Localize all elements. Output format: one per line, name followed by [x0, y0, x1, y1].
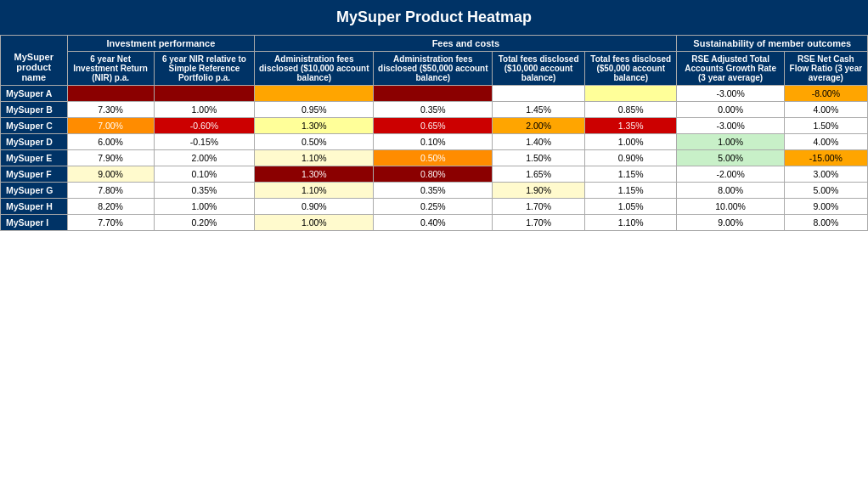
value-cell: [584, 86, 677, 102]
value-cell: 1.45%: [493, 102, 585, 118]
page-title: MySuper Product Heatmap: [336, 8, 532, 25]
value-cell: 8.00%: [784, 215, 867, 231]
value-cell: 1.10%: [584, 215, 677, 231]
value-cell: 5.00%: [677, 150, 784, 166]
value-cell: 2.00%: [154, 150, 255, 166]
value-cell: [493, 86, 585, 102]
value-cell: -0.15%: [154, 134, 255, 150]
value-cell: 0.90%: [584, 150, 677, 166]
product-name-cell: MySuper B: [1, 102, 68, 118]
col-rse-growth: RSE Adjusted Total Accounts Growth Rate …: [677, 52, 784, 86]
value-cell: 0.50%: [255, 134, 374, 150]
product-name-cell: MySuper C: [1, 118, 68, 134]
value-cell: 1.00%: [154, 199, 255, 215]
value-cell: 0.50%: [374, 150, 493, 166]
value-cell: 8.00%: [677, 183, 784, 199]
value-cell: 0.95%: [255, 102, 374, 118]
value-cell: 0.90%: [255, 199, 374, 215]
value-cell: 9.00%: [784, 199, 867, 215]
col-admin10: Administration fees disclosed ($10,000 a…: [255, 52, 374, 86]
value-cell: 9.00%: [677, 215, 784, 231]
table-row: MySuper I7.70%0.20%1.00%0.40%1.70%1.10%9…: [1, 215, 868, 231]
value-cell: [255, 86, 374, 102]
value-cell: 1.00%: [677, 134, 784, 150]
value-cell: 0.00%: [677, 102, 784, 118]
product-name-cell: MySuper F: [1, 166, 68, 183]
fees-group-header: Fees and costs: [255, 36, 677, 52]
value-cell: 0.25%: [374, 199, 493, 215]
value-cell: 10.00%: [677, 199, 784, 215]
value-cell: 0.35%: [374, 102, 493, 118]
investment-group-header: Investment performance: [67, 36, 255, 52]
value-cell: 6.00%: [67, 134, 154, 150]
table-row: MySuper H8.20%1.00%0.90%0.25%1.70%1.05%1…: [1, 199, 868, 215]
value-cell: 1.65%: [493, 166, 585, 183]
col-total50: Total fees disclosed ($50,000 account ba…: [584, 52, 677, 86]
value-cell: 1.30%: [255, 166, 374, 183]
value-cell: 1.05%: [584, 199, 677, 215]
col-nir-ref: 6 year NIR relative to Simple Reference …: [154, 52, 255, 86]
sustainability-group-header: Sustainability of member outcomes: [677, 36, 868, 52]
value-cell: -2.00%: [677, 166, 784, 183]
value-cell: 1.10%: [255, 183, 374, 199]
value-cell: 1.00%: [154, 102, 255, 118]
value-cell: 1.40%: [493, 134, 585, 150]
product-name-cell: MySuper G: [1, 183, 68, 199]
value-cell: 3.00%: [784, 166, 867, 183]
value-cell: 9.00%: [67, 166, 154, 183]
value-cell: [154, 86, 255, 102]
value-cell: 7.80%: [67, 183, 154, 199]
value-cell: 1.00%: [584, 134, 677, 150]
table-row: MySuper E7.90%2.00%1.10%0.50%1.50%0.90%5…: [1, 150, 868, 166]
value-cell: 1.70%: [493, 199, 585, 215]
value-cell: 1.50%: [784, 118, 867, 134]
value-cell: 0.80%: [374, 166, 493, 183]
value-cell: -0.60%: [154, 118, 255, 134]
value-cell: 0.85%: [584, 102, 677, 118]
value-cell: 1.15%: [584, 166, 677, 183]
value-cell: 7.30%: [67, 102, 154, 118]
value-cell: 7.00%: [67, 118, 154, 134]
col-rse-cashflow: RSE Net Cash Flow Ratio (3 year average): [784, 52, 867, 86]
value-cell: 2.00%: [493, 118, 585, 134]
col-total10: Total fees disclosed ($10,000 account ba…: [493, 52, 585, 86]
value-cell: 1.30%: [255, 118, 374, 134]
value-cell: 1.50%: [493, 150, 585, 166]
table-row: MySuper G7.80%0.35%1.10%0.35%1.90%1.15%8…: [1, 183, 868, 199]
table-row: MySuper C7.00%-0.60%1.30%0.65%2.00%1.35%…: [1, 118, 868, 134]
value-cell: -15.00%: [784, 150, 867, 166]
table-row: MySuper B7.30%1.00%0.95%0.35%1.45%0.85%0…: [1, 102, 868, 118]
value-cell: 1.10%: [255, 150, 374, 166]
product-name-cell: MySuper D: [1, 134, 68, 150]
table-row: MySuper F9.00%0.10%1.30%0.80%1.65%1.15%-…: [1, 166, 868, 183]
value-cell: 1.35%: [584, 118, 677, 134]
product-name-header: MySuper product name: [1, 36, 68, 86]
value-cell: 0.35%: [154, 183, 255, 199]
value-cell: 4.00%: [784, 134, 867, 150]
value-cell: [67, 86, 154, 102]
value-cell: 1.00%: [255, 215, 374, 231]
col-admin50: Administration fees disclosed ($50,000 a…: [374, 52, 493, 86]
value-cell: 1.90%: [493, 183, 585, 199]
value-cell: 0.40%: [374, 215, 493, 231]
value-cell: -8.00%: [784, 86, 867, 102]
table-row: MySuper A-3.00%-8.00%: [1, 86, 868, 102]
product-name-cell: MySuper H: [1, 199, 68, 215]
value-cell: -3.00%: [677, 118, 784, 134]
value-cell: 0.10%: [154, 166, 255, 183]
value-cell: 7.70%: [67, 215, 154, 231]
product-name-cell: MySuper I: [1, 215, 68, 231]
value-cell: 4.00%: [784, 102, 867, 118]
value-cell: 7.90%: [67, 150, 154, 166]
value-cell: 0.65%: [374, 118, 493, 134]
value-cell: 0.35%: [374, 183, 493, 199]
col-nir: 6 year Net Investment Return (NIR) p.a.: [67, 52, 154, 86]
value-cell: 5.00%: [784, 183, 867, 199]
value-cell: 1.15%: [584, 183, 677, 199]
value-cell: -3.00%: [677, 86, 784, 102]
product-name-cell: MySuper A: [1, 86, 68, 102]
title-bar: MySuper Product Heatmap: [0, 0, 868, 35]
value-cell: 0.20%: [154, 215, 255, 231]
value-cell: 1.70%: [493, 215, 585, 231]
product-name-cell: MySuper E: [1, 150, 68, 166]
